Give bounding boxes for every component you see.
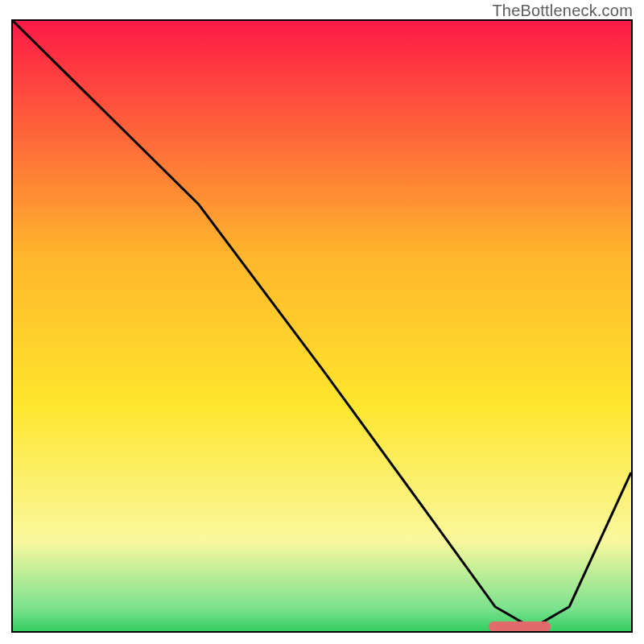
chart-background-gradient xyxy=(13,21,631,633)
optimal-range-marker xyxy=(489,621,551,632)
chart-frame xyxy=(11,19,633,633)
watermark-text: TheBottleneck.com xyxy=(492,2,633,20)
gradient-rect xyxy=(13,21,631,633)
